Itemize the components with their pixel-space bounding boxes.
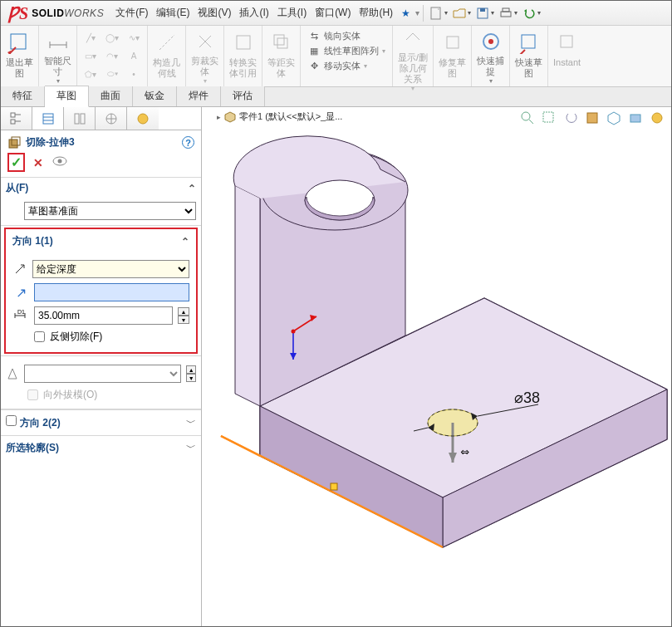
ribbon-construct[interactable]: 构造几 何线: [148, 26, 186, 86]
draft-icon[interactable]: [6, 367, 19, 380]
svg-text:⇕: ⇕: [459, 448, 471, 457]
svg-text:D1: D1: [17, 309, 25, 315]
menu-view[interactable]: 视图(V): [194, 4, 234, 22]
end-condition-select[interactable]: 给定深度: [32, 260, 189, 278]
svg-rect-8: [277, 38, 287, 48]
reverse-dir-icon[interactable]: [12, 262, 27, 276]
logo-s-icon: ǷS: [7, 3, 28, 23]
svg-rect-3: [501, 12, 511, 17]
direction-field[interactable]: [34, 283, 189, 301]
ribbon-trim[interactable]: 剪裁实 体▾: [186, 26, 224, 86]
ribbon-move[interactable]: ✥移动实体▾: [307, 59, 385, 72]
svg-rect-2: [480, 8, 485, 12]
ribbon-convert[interactable]: 转换实 体引用: [224, 26, 262, 86]
tab-sketch[interactable]: 草图: [45, 86, 89, 107]
tab-evaluate[interactable]: 评估: [221, 86, 265, 106]
ribbon-show-hide[interactable]: 显示/删 除几何 关系▾: [393, 26, 434, 86]
pm-tab-config[interactable]: [64, 107, 96, 130]
svg-rect-21: [9, 140, 17, 148]
logo-text: SOLIDWORKS: [32, 7, 104, 19]
menu-window[interactable]: 窗口(W): [311, 4, 354, 22]
tab-sheetmetal[interactable]: 钣金: [133, 86, 177, 106]
svg-rect-9: [447, 37, 459, 48]
new-button[interactable]: ▾: [427, 4, 449, 22]
property-manager: 切除-拉伸3 ? ✓ ✕ 从(F) ⌃ 草图基准面 方向 1(1) ⌃: [1, 107, 202, 626]
circle-tool-icon[interactable]: ◯▾: [102, 29, 122, 46]
from-select[interactable]: 草图基准面: [24, 202, 196, 220]
menu-edit[interactable]: 编辑(E): [153, 4, 193, 22]
pm-dir1-head[interactable]: 方向 1(1) ⌃: [7, 231, 194, 252]
pm-preview-button[interactable]: [52, 155, 68, 169]
svg-point-11: [488, 39, 493, 44]
app-logo: ǷS SOLIDWORKS: [6, 3, 110, 23]
menu-file[interactable]: 文件(F): [112, 4, 151, 22]
menu-tools[interactable]: 工具(I): [274, 4, 310, 22]
svg-rect-17: [75, 114, 79, 124]
graphics-viewport[interactable]: ▸ 零件1 (默认<<默认>_显...: [202, 107, 671, 626]
tab-weldment[interactable]: 焊件: [177, 86, 221, 106]
draft-outward-label: 向外拔模(O): [43, 388, 97, 402]
ribbon-snap[interactable]: 快速捕 捉▾: [472, 26, 510, 86]
text-tool-icon[interactable]: A: [124, 47, 144, 64]
expand-icon: ﹀: [186, 416, 196, 430]
depth-icon: D1: [12, 309, 29, 322]
ribbon-exit-sketch[interactable]: 退出草 图: [1, 26, 39, 86]
pm-tab-feature-tree[interactable]: [1, 107, 32, 130]
menu-star[interactable]: ★: [398, 6, 414, 21]
dir2-checkbox[interactable]: [6, 415, 17, 426]
spline-tool-icon[interactable]: ∿▾: [124, 29, 144, 46]
depth-spin-up[interactable]: ▲: [178, 307, 189, 316]
svg-rect-18: [81, 114, 85, 124]
svg-rect-16: [43, 114, 53, 124]
ribbon-mirror[interactable]: ⇆镜向实体: [307, 29, 385, 42]
cut-extrude-icon: [7, 136, 21, 149]
point-tool-icon[interactable]: •: [124, 66, 144, 82]
menu-help[interactable]: 帮助(H): [356, 4, 396, 22]
svg-rect-7: [274, 35, 284, 45]
tab-feature[interactable]: 特征: [1, 86, 45, 106]
pm-ok-button[interactable]: ✓: [7, 153, 25, 172]
pm-from-head[interactable]: 从(F) ⌃: [1, 177, 201, 198]
menu-insert[interactable]: 插入(I): [236, 4, 272, 22]
save-button[interactable]: ▾: [473, 4, 495, 22]
depth-spin-down[interactable]: ▼: [178, 316, 189, 324]
pm-dir2-head[interactable]: 方向 2(2) ﹀: [1, 409, 201, 435]
ribbon-instant[interactable]: Instant: [548, 26, 586, 86]
undo-button[interactable]: ▾: [520, 4, 542, 22]
pm-tab-appearance[interactable]: [127, 107, 159, 130]
svg-rect-37: [331, 483, 337, 490]
direction-arrow-icon: ↗: [12, 285, 29, 301]
tab-surface[interactable]: 曲面: [89, 86, 133, 106]
arc-tool-icon[interactable]: ◠▾: [102, 47, 122, 64]
print-button[interactable]: ▾: [497, 4, 518, 22]
pm-tabs: [1, 107, 201, 130]
dimension-text: ⌀38: [514, 389, 540, 406]
pm-tab-dim[interactable]: [96, 107, 127, 130]
rect-tool-icon[interactable]: ▭▾: [81, 47, 101, 64]
poly-tool-icon[interactable]: ⬠▾: [81, 66, 101, 82]
reverse-cut-checkbox[interactable]: [34, 331, 45, 342]
draft-spin-up[interactable]: ▲: [186, 365, 196, 374]
svg-point-44: [292, 330, 296, 334]
draft-spin-down[interactable]: ▼: [186, 374, 196, 382]
ribbon-quick-sketch[interactable]: 快速草 图: [510, 26, 548, 86]
ribbon-repair[interactable]: 修复草 图: [434, 26, 472, 86]
line-tool-icon[interactable]: ╱▾: [81, 29, 101, 46]
ribbon-offset[interactable]: 等距实 体: [262, 26, 301, 86]
pm-help-button[interactable]: ?: [182, 136, 194, 149]
ribbon-pattern[interactable]: ▦线性草图阵列▾: [307, 44, 385, 57]
svg-rect-14: [11, 113, 15, 117]
svg-rect-5: [11, 34, 26, 49]
ribbon-smart-dim[interactable]: 智能尺 寸 ▾: [39, 26, 77, 86]
svg-point-20: [138, 114, 148, 124]
command-tabs: 特征 草图 曲面 钣金 焊件 评估: [1, 87, 671, 107]
pm-cancel-button[interactable]: ✕: [33, 156, 43, 169]
ellipse-tool-icon[interactable]: ⬭▾: [102, 66, 122, 82]
pm-contours-head[interactable]: 所选轮廓(S) ﹀: [1, 435, 201, 460]
pm-tab-property[interactable]: [32, 107, 64, 130]
open-button[interactable]: ▾: [450, 4, 472, 22]
ribbon-sketch-tools: ╱▾ ◯▾ ∿▾ ▭▾ ◠▾ A ⬠▾ ⬭▾ •: [77, 26, 148, 86]
draft-outward-checkbox[interactable]: [27, 389, 38, 400]
draft-select[interactable]: [24, 365, 181, 383]
depth-field[interactable]: [34, 306, 173, 325]
